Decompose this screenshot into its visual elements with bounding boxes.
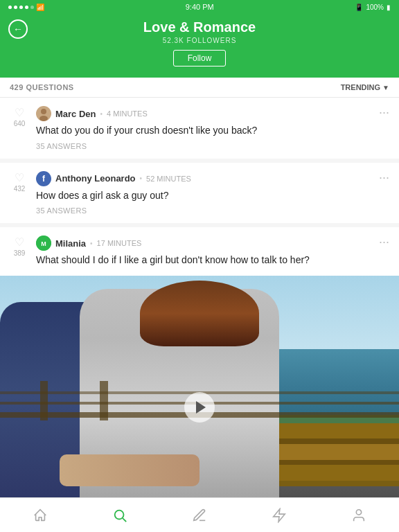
back-arrow-icon: ← [13,24,23,35]
svg-point-2 [39,116,48,121]
channel-title: Love & Romance [28,19,371,35]
question-meta: f Anthony Leonardo • 52 MINUTES [36,171,191,186]
back-button[interactable]: ← [8,19,28,39]
like-button[interactable]: ♡ [15,106,24,119]
question-meta: Marc Den • 4 MINUTES [36,106,148,121]
like-count: 640 [14,120,26,127]
like-column: ♡ 389 [10,236,29,272]
svg-text:M: M [41,240,46,247]
like-button[interactable]: ♡ [15,171,24,184]
question-header: M Milania • 17 MINUTES ··· [36,236,389,251]
nav-search-button[interactable] [80,498,159,532]
question-body: M Milania • 17 MINUTES ··· What should I… [36,236,389,272]
signal-dot-2 [14,6,17,9]
question-body: Marc Den • 4 MINUTES ··· What do you do … [36,106,389,150]
play-button[interactable] [184,392,215,423]
svg-line-6 [123,518,126,522]
status-signals: 📶 [8,3,44,11]
avatar: M [36,236,51,251]
nav-activity-button[interactable] [240,498,319,532]
user-name: Anthony Leonardo [55,173,136,184]
battery-percent: 100% [366,3,384,11]
signal-dot-1 [8,6,12,9]
follow-button[interactable]: Follow [173,50,227,66]
nav-home-button[interactable] [0,498,80,532]
svg-point-5 [114,510,123,519]
trending-button[interactable]: TRENDING ▼ [341,83,389,91]
questions-count: 429 QUESTIONS [10,83,74,91]
question-body: f Anthony Leonardo • 52 MINUTES ··· How … [36,171,389,215]
answers-count: 35 ANSWERS [36,142,389,150]
like-count: 432 [14,185,26,193]
question-item: ♡ 432 f Anthony Leonardo • 52 MINUTES ··… [0,163,399,224]
question-item-with-image: ♡ 389 M Milania • 17 MINUTES ··· What sh… [0,227,399,532]
nav-profile-button[interactable] [319,498,399,532]
time-ago: 17 MINUTES [97,239,142,247]
svg-marker-7 [274,508,285,521]
signal-dot-3 [19,6,23,9]
like-column: ♡ 640 [10,106,29,150]
question-image[interactable] [0,276,399,532]
svg-point-1 [41,109,46,114]
answers-count: 35 ANSWERS [36,206,389,215]
signal-dot-4 [25,6,28,9]
more-options-button[interactable]: ··· [379,106,389,118]
status-bar: 📶 9:40 PM 📱 100% ▮ [0,0,399,14]
like-button[interactable]: ♡ [15,236,24,249]
more-options-button[interactable]: ··· [379,171,389,184]
bluetooth-icon: 📱 [355,3,363,11]
user-name: Marc Den [55,109,96,119]
time-ago: 4 MINUTES [107,109,148,118]
question-meta: M Milania • 17 MINUTES [36,236,141,251]
bottom-navigation [0,497,399,532]
wifi-icon: 📶 [36,3,44,11]
status-time: 9:40 PM [186,3,214,11]
avatar: f [36,171,51,186]
signal-dot-5 [30,6,34,9]
user-name: Milania [55,238,86,249]
svg-point-8 [357,509,362,514]
time-ago: 52 MINUTES [146,175,191,183]
battery-icon: ▮ [387,3,391,11]
questions-feed: ♡ 640 Marc Den • 4 MINUTES ··· What do y… [0,98,399,532]
followers-count: 52.3k FOLLOWERS [28,37,371,44]
question-header: Marc Den • 4 MINUTES ··· [36,106,389,121]
question-item: ♡ 640 Marc Den • 4 MINUTES ··· What do y… [0,98,399,159]
questions-bar: 429 QUESTIONS TRENDING ▼ [0,78,399,98]
status-right: 📱 100% ▮ [355,3,391,11]
question-text: What should I do if I like a girl but do… [36,254,389,267]
more-options-button[interactable]: ··· [379,236,389,248]
channel-header: ← Love & Romance 52.3k FOLLOWERS Follow [0,14,399,78]
play-icon [196,401,206,414]
question-header: f Anthony Leonardo • 52 MINUTES ··· [36,171,389,186]
like-count: 389 [14,249,26,257]
like-column: ♡ 432 [10,171,29,215]
trending-label: TRENDING [341,83,380,91]
trending-arrow-icon: ▼ [382,84,389,91]
question-text: How does a girl ask a guy out? [36,189,389,203]
question-text: What do you do if your crush doesn't lik… [36,124,389,138]
avatar [36,106,51,121]
nav-compose-button[interactable] [159,498,239,532]
